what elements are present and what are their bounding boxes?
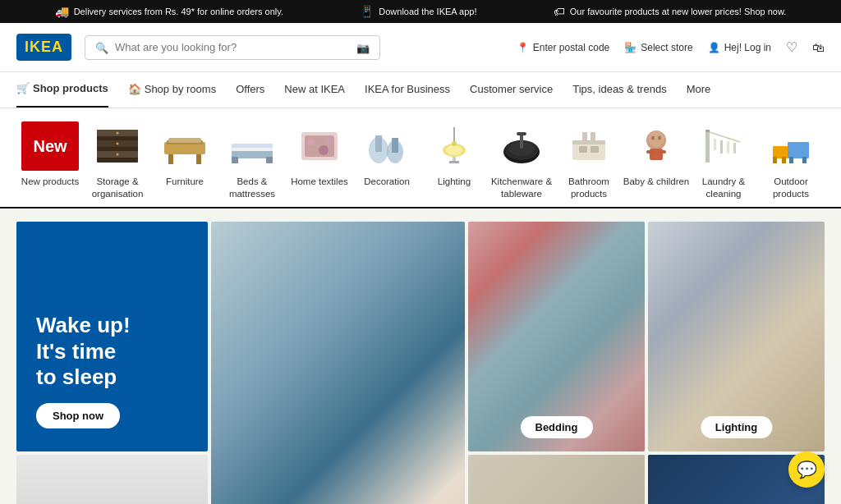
svg-rect-38	[572, 140, 605, 144]
nav-label-more: More	[687, 83, 711, 95]
promo-grid: Wake up!It's timeto sleep Shop now Beds …	[0, 208, 841, 504]
category-item-kitchenware[interactable]: Kitchenware &tableware	[488, 121, 555, 200]
location-icon	[517, 42, 529, 53]
header-actions: Enter postal code Select store Hej! Log …	[517, 39, 825, 55]
svg-point-20	[319, 145, 329, 155]
svg-rect-41	[582, 132, 587, 142]
category-img-baby	[627, 121, 685, 171]
promo-bedding-tile[interactable]: Bedding	[468, 222, 645, 451]
login-button[interactable]: Hej! Log in	[708, 42, 771, 53]
category-item-furniture[interactable]: Furniture	[151, 121, 218, 188]
category-label-baby: Baby & children	[623, 176, 690, 188]
promo-curtains-tile[interactable]	[468, 455, 645, 504]
category-item-storage[interactable]: Storage &organisation	[84, 121, 151, 200]
nav-item-more[interactable]: More	[687, 72, 711, 108]
category-img-new: New	[21, 121, 79, 171]
svg-rect-10	[196, 154, 201, 164]
category-item-decoration[interactable]: Decoration	[353, 121, 420, 188]
nav-label-new-at-ikea: New at IKEA	[284, 83, 345, 95]
svg-rect-60	[782, 157, 786, 163]
promo-beds-tile[interactable]: Beds	[211, 222, 465, 504]
svg-point-29	[446, 145, 462, 155]
category-item-outdoor[interactable]: Outdoor products	[757, 121, 825, 200]
svg-rect-53	[714, 139, 716, 150]
announcement-text-3: Our favourite products at new lower pric…	[570, 7, 787, 16]
category-label-home-textiles: Home textiles	[291, 176, 348, 188]
main-nav: Shop products Shop by rooms Offers New a…	[0, 72, 841, 108]
bedding-label[interactable]: Bedding	[521, 416, 593, 438]
lighting-svg	[430, 126, 479, 167]
ikea-logo[interactable]: IKEA	[16, 34, 71, 61]
category-img-kitchenware	[493, 121, 550, 171]
announcement-item-3: Our favourite products at new lower pric…	[554, 5, 787, 18]
category-item-lighting[interactable]: Lighting	[420, 121, 488, 188]
svg-rect-27	[449, 161, 459, 163]
category-label-bathroom: Bathroom products	[555, 176, 623, 200]
category-item-bathroom[interactable]: Bathroom products	[555, 121, 623, 200]
nav-item-shop-by-rooms[interactable]: Shop by rooms	[128, 72, 216, 108]
nav-label-customer-service: Customer service	[470, 83, 553, 95]
nav-item-customer-service[interactable]: Customer service	[470, 72, 553, 108]
nav-label-shop-by-rooms: Shop by rooms	[145, 83, 216, 95]
svg-rect-47	[659, 150, 666, 153]
furniture-svg	[160, 126, 209, 167]
lighting-label[interactable]: Lighting	[701, 416, 772, 438]
svg-rect-46	[646, 150, 653, 153]
postal-code-button[interactable]: Enter postal code	[517, 42, 609, 53]
svg-rect-58	[788, 142, 809, 158]
svg-rect-50	[705, 130, 710, 163]
category-item-baby[interactable]: Baby & children	[623, 121, 690, 188]
promo-lighting-tile[interactable]: Lighting	[648, 222, 825, 451]
chat-button[interactable]	[788, 451, 825, 488]
svg-rect-54	[720, 140, 723, 153]
category-label-kitchenware: Kitchenware &tableware	[491, 176, 552, 200]
store-icon	[624, 42, 636, 53]
category-img-lighting	[425, 121, 483, 171]
new-badge: New	[21, 121, 79, 171]
svg-rect-42	[591, 132, 595, 142]
truck-icon	[55, 5, 69, 18]
category-img-storage	[89, 121, 146, 171]
announcement-item-1: Delivery services from Rs. 49* for onlin…	[55, 5, 283, 18]
promo-hero-cta-button[interactable]: Shop now	[36, 403, 120, 428]
postal-code-label: Enter postal code	[533, 42, 609, 53]
promo-wardrobe-tile[interactable]	[16, 455, 208, 504]
svg-point-49	[658, 136, 661, 140]
svg-rect-37	[572, 142, 605, 160]
storage-svg	[93, 126, 142, 167]
category-item-new-products[interactable]: New New products	[16, 121, 84, 188]
camera-search-icon[interactable]	[356, 41, 370, 54]
search-bar[interactable]	[85, 35, 380, 60]
nav-item-ikea-for-business[interactable]: IKEA for Business	[365, 72, 450, 108]
category-img-textiles	[291, 121, 348, 171]
nav-item-new-at-ikea[interactable]: New at IKEA	[284, 72, 345, 108]
nav-item-offers[interactable]: Offers	[236, 72, 264, 108]
svg-rect-61	[789, 157, 793, 163]
svg-rect-9	[168, 154, 173, 164]
search-input[interactable]	[115, 41, 350, 53]
beds-svg	[227, 126, 277, 167]
person-icon	[708, 42, 720, 53]
category-label-beds: Beds & mattresses	[218, 176, 286, 200]
phone-icon	[360, 5, 374, 18]
select-store-button[interactable]: Select store	[624, 42, 692, 53]
cart-button[interactable]	[812, 40, 825, 54]
svg-rect-57	[773, 146, 788, 158]
category-img-bathroom	[560, 121, 618, 171]
shop-icon	[16, 82, 30, 94]
tag-icon	[554, 5, 565, 18]
heart-icon	[786, 39, 797, 55]
nav-item-shop-products[interactable]: Shop products	[16, 72, 108, 108]
svg-rect-36	[517, 132, 526, 135]
announcement-bar: Delivery services from Rs. 49* for onlin…	[0, 0, 841, 23]
home-icon	[128, 83, 141, 95]
announcement-text-2: Download the IKEA app!	[379, 7, 476, 16]
svg-rect-14	[232, 144, 273, 148]
svg-rect-25	[392, 138, 398, 153]
wishlist-button[interactable]	[786, 39, 797, 55]
category-item-laundry[interactable]: Laundry & cleaning	[690, 121, 757, 200]
category-item-home-textiles[interactable]: Home textiles	[286, 121, 353, 188]
svg-rect-39	[579, 146, 587, 153]
nav-item-tips[interactable]: Tips, ideas & trends	[572, 72, 666, 108]
category-item-beds[interactable]: Beds & mattresses	[218, 121, 286, 200]
